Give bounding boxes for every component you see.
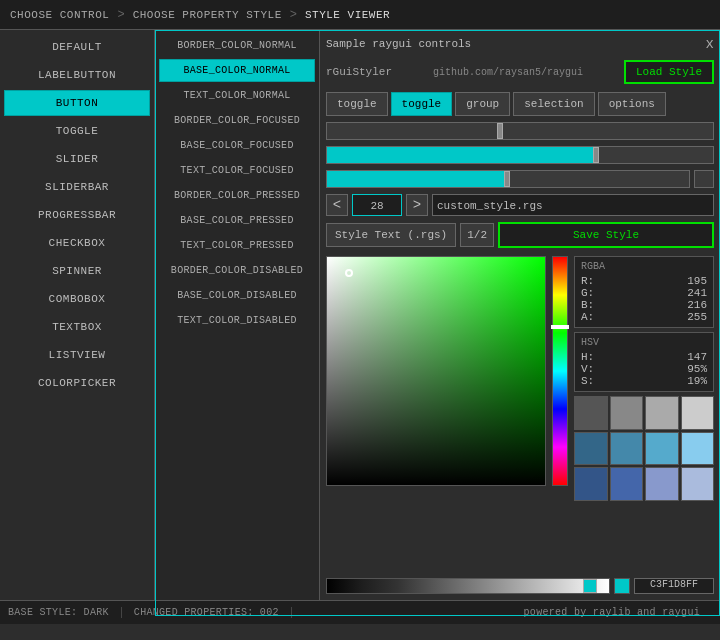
options-btn[interactable]: options: [598, 92, 666, 116]
swatch-5[interactable]: [610, 432, 644, 466]
spinner-next-button[interactable]: >: [406, 194, 428, 216]
close-icon[interactable]: x: [706, 36, 714, 52]
breadcrumb: CHOOSE CONTROL > CHOOSE PROPERTY STYLE >…: [0, 0, 720, 30]
rgba-a-value: 255: [687, 311, 707, 323]
color-gradient[interactable]: [326, 256, 546, 486]
sep1: >: [117, 8, 124, 22]
hsv-h-label: H:: [581, 351, 594, 363]
hue-thumb: [551, 325, 569, 329]
swatch-9[interactable]: [610, 467, 644, 501]
prop-border-color-focused[interactable]: BORDER_COLOR_FOCUSED: [159, 109, 315, 132]
rgba-r-value: 195: [687, 275, 707, 287]
rgba-b-label: B:: [581, 299, 594, 311]
rgba-title: RGBA: [581, 261, 707, 272]
hsv-v-label: V:: [581, 363, 594, 375]
slider-2[interactable]: [326, 146, 714, 164]
sidebar-item-progressbar[interactable]: PROGRESSBAR: [4, 202, 150, 228]
sidebar-item-textbox[interactable]: TEXTBOX: [4, 314, 150, 340]
slider-3-thumb: [504, 171, 510, 187]
hsv-s-label: S:: [581, 375, 594, 387]
sidebar-item-default[interactable]: DEFAULT: [4, 34, 150, 60]
rgba-b-row: B: 216: [581, 299, 707, 311]
rguistyler-row: rGuiStyler github.com/raysan5/raygui Loa…: [326, 60, 714, 84]
prop-text-color-disabled[interactable]: TEXT_COLOR_DISABLED: [159, 309, 315, 332]
spinner-prev-button[interactable]: <: [326, 194, 348, 216]
powered-by-label: powered by raylib and raygui: [524, 607, 712, 618]
sidebar-item-listview[interactable]: LISTVIEW: [4, 342, 150, 368]
hsv-h-value: 147: [687, 351, 707, 363]
rgba-g-label: G:: [581, 287, 594, 299]
sidebar-item-labelbutton[interactable]: LABELBUTTON: [4, 62, 150, 88]
rguistyler-label: rGuiStyler: [326, 66, 392, 78]
hsv-s-row: S: 19%: [581, 375, 707, 387]
filename-display: custom_style.rgs: [432, 194, 714, 216]
selection-btn[interactable]: selection: [513, 92, 594, 116]
load-style-button[interactable]: Load Style: [624, 60, 714, 84]
step2-label: CHOOSE PROPERTY STYLE: [133, 9, 282, 21]
color-preview-swatch: [614, 578, 630, 594]
hsv-section: HSV H: 147 V: 95% S: 19%: [574, 332, 714, 392]
slider-1-thumb: [497, 123, 503, 139]
bottom-hue-row: C3F1D8FF: [326, 578, 714, 594]
rgba-g-row: G: 241: [581, 287, 707, 299]
slider-2-fill: [327, 147, 597, 163]
prop-text-color-normal[interactable]: TEXT_COLOR_NORMAL: [159, 84, 315, 107]
color-gradient-cursor: [345, 269, 353, 277]
hsv-v-row: V: 95%: [581, 363, 707, 375]
main-layout: DEFAULT LABELBUTTON BUTTON TOGGLE SLIDER…: [0, 30, 720, 600]
save-style-button[interactable]: Save Style: [498, 222, 714, 248]
rgba-section: RGBA R: 195 G: 241 B: 216 A:: [574, 256, 714, 328]
checkbox[interactable]: [694, 170, 714, 188]
prop-base-color-focused[interactable]: BASE_COLOR_FOCUSED: [159, 134, 315, 157]
sidebar-item-button[interactable]: BUTTON: [4, 90, 150, 116]
prop-base-color-disabled[interactable]: BASE_COLOR_DISABLED: [159, 284, 315, 307]
style-text-button[interactable]: Style Text (.rgs): [326, 223, 456, 247]
sidebar-item-slider[interactable]: SLIDER: [4, 146, 150, 172]
prop-base-color-normal[interactable]: BASE_COLOR_NORMAL: [159, 59, 315, 82]
mid-panel: BORDER_COLOR_NORMAL BASE_COLOR_NORMAL TE…: [155, 30, 320, 600]
swatch-10[interactable]: [645, 467, 679, 501]
changed-props-label: CHANGED PROPERTIES: 002: [134, 607, 292, 618]
spinner-row: < 28 > custom_style.rgs: [326, 194, 714, 216]
slider-2-thumb: [593, 147, 599, 163]
prop-text-color-focused[interactable]: TEXT_COLOR_FOCUSED: [159, 159, 315, 182]
sidebar-item-colorpicker[interactable]: COLORPICKER: [4, 370, 150, 396]
step3-label: STYLE VIEWER: [305, 9, 390, 21]
hue-slider[interactable]: [326, 578, 610, 594]
hue-slider-thumb: [583, 579, 597, 593]
swatch-6[interactable]: [645, 432, 679, 466]
slider-row-1: [326, 122, 714, 140]
hsv-h-row: H: 147: [581, 351, 707, 363]
swatch-3[interactable]: [681, 396, 715, 430]
swatch-4[interactable]: [574, 432, 608, 466]
swatch-2[interactable]: [645, 396, 679, 430]
prop-border-color-pressed[interactable]: BORDER_COLOR_PRESSED: [159, 184, 315, 207]
sidebar-item-sliderbar[interactable]: SLIDERBAR: [4, 174, 150, 200]
swatch-11[interactable]: [681, 467, 715, 501]
sidebar-item-spinner[interactable]: SPINNER: [4, 258, 150, 284]
prop-border-color-disabled[interactable]: BORDER_COLOR_DISABLED: [159, 259, 315, 282]
sidebar-item-toggle[interactable]: TOGGLE: [4, 118, 150, 144]
swatch-1[interactable]: [610, 396, 644, 430]
group-btn[interactable]: group: [455, 92, 510, 116]
slider-1[interactable]: [326, 122, 714, 140]
rgba-a-label: A:: [581, 311, 594, 323]
toggle-buttons-row: toggle toggle group selection options: [326, 92, 714, 116]
hsv-title: HSV: [581, 337, 707, 348]
swatch-0[interactable]: [574, 396, 608, 430]
toggle-btn-0[interactable]: toggle: [326, 92, 388, 116]
sidebar-item-checkbox[interactable]: CHECKBOX: [4, 230, 150, 256]
style-viewer-header: Sample raygui controls x: [326, 36, 714, 52]
toggle-btn-1[interactable]: toggle: [391, 92, 453, 116]
sep2: >: [290, 8, 297, 22]
prop-text-color-pressed[interactable]: TEXT_COLOR_PRESSED: [159, 234, 315, 257]
slider-3[interactable]: [326, 170, 690, 188]
swatch-7[interactable]: [681, 432, 715, 466]
swatch-8[interactable]: [574, 467, 608, 501]
color-hue-bar[interactable]: [552, 256, 568, 486]
hex-input[interactable]: C3F1D8FF: [634, 578, 714, 594]
prop-border-color-normal[interactable]: BORDER_COLOR_NORMAL: [159, 34, 315, 57]
sidebar-item-combobox[interactable]: COMBOBOX: [4, 286, 150, 312]
style-save-row: Style Text (.rgs) 1/2 Save Style: [326, 222, 714, 248]
prop-base-color-pressed[interactable]: BASE_COLOR_PRESSED: [159, 209, 315, 232]
